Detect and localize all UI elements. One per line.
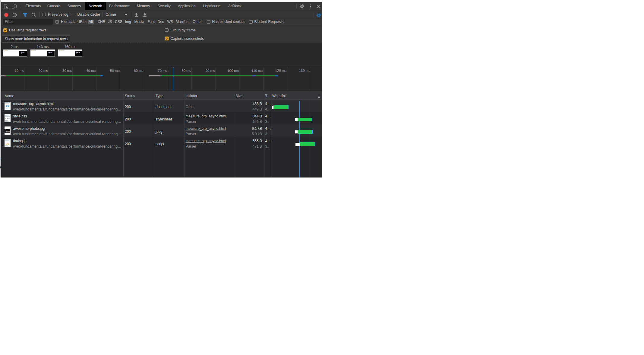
svg-text:JS: JS xyxy=(6,142,9,145)
svg-text:<>: <> xyxy=(5,104,9,108)
svg-text:Awesome!: Awesome! xyxy=(6,131,11,132)
svg-text:You're: You're xyxy=(5,130,8,131)
svg-text:CSS: CSS xyxy=(5,117,10,120)
